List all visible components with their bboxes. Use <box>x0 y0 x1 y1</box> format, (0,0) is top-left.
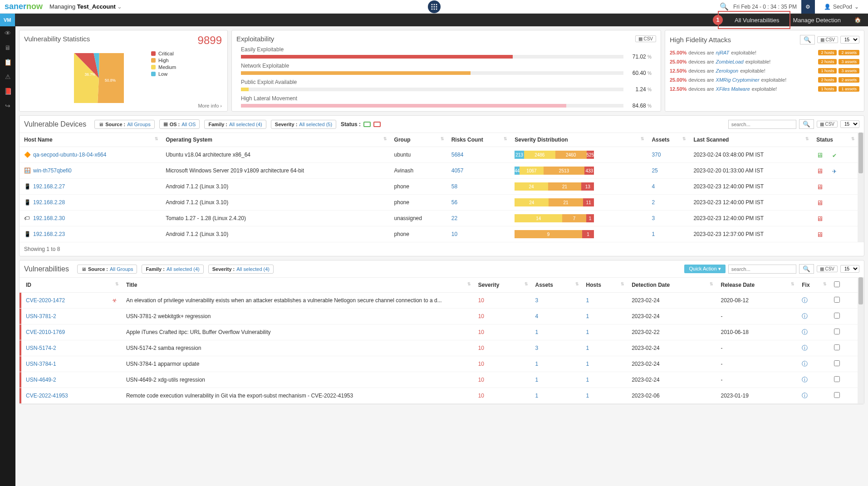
settings-gear-icon[interactable]: ⚙ <box>801 0 815 14</box>
page-size-select[interactable]: 15 <box>840 265 859 273</box>
exploit-name-link[interactable]: njRAT <box>716 50 730 55</box>
status-online-icon[interactable] <box>363 122 371 127</box>
sidebar-alert-icon[interactable]: ⚠ <box>3 72 12 81</box>
assets-badge[interactable]: 2 assets <box>839 77 859 83</box>
logo[interactable]: sanernow <box>5 2 43 11</box>
assets-link[interactable]: 1 <box>652 231 655 237</box>
table-row[interactable]: 📱192.168.2.27 Android 7.1.2 (Linux 3.10)… <box>20 179 858 195</box>
scrollbar[interactable] <box>858 133 864 242</box>
filter-severity[interactable]: Severity : All selected (5) <box>271 120 336 129</box>
nav-home-icon[interactable]: 🏠 <box>848 14 868 26</box>
select-all-checkbox[interactable] <box>834 281 840 287</box>
search-button[interactable]: 🔍 <box>799 119 814 129</box>
sidebar-monitor-icon[interactable]: 🖥 <box>3 43 12 52</box>
apps-grid-icon[interactable] <box>428 0 441 13</box>
assets-link[interactable]: 1 <box>535 329 539 335</box>
risks-link[interactable]: 56 <box>451 199 457 206</box>
vuln-id-link[interactable]: USN-3781-2 <box>26 313 56 319</box>
search-input[interactable] <box>728 120 796 129</box>
csv-button[interactable]: ▦ CSV <box>817 36 838 43</box>
assets-link[interactable]: 25 <box>652 167 657 174</box>
assets-link[interactable]: 3 <box>535 345 539 351</box>
vuln-id-link[interactable]: CVE-2020-1472 <box>26 297 65 304</box>
info-icon[interactable]: ⓘ <box>802 313 808 319</box>
hosts-badge[interactable]: 1 hosts <box>818 68 837 74</box>
table-row[interactable]: 🏷192.168.2.30 Tomato 1.27 - 1.28 (Linux … <box>20 211 858 226</box>
filter-severity[interactable]: Severity : All selected (4) <box>208 265 274 274</box>
hosts-badge[interactable]: 1 hosts <box>818 86 837 92</box>
assets-link[interactable]: 1 <box>535 361 539 367</box>
csv-button[interactable]: ▦ CSV <box>817 265 838 272</box>
page-size-select[interactable]: 15 <box>840 36 859 44</box>
table-header[interactable]: Release Date⇅ <box>716 278 797 293</box>
search-icon[interactable]: 🔍 <box>800 35 815 44</box>
status-offline-icon[interactable] <box>373 122 381 127</box>
host-link[interactable]: 192.168.2.30 <box>33 215 65 221</box>
user-menu[interactable]: 👤 SecPod ⌄ <box>819 4 863 10</box>
table-header[interactable]: Fix⇅ <box>797 278 829 293</box>
filter-source[interactable]: 🖥 Source : All Groups <box>94 120 154 129</box>
vuln-id-link[interactable]: USN-4649-2 <box>26 377 56 383</box>
info-icon[interactable]: ⓘ <box>802 360 808 367</box>
filter-family[interactable]: Family : All selected (4) <box>142 265 203 274</box>
assets-badge[interactable]: 3 assets <box>839 59 859 64</box>
row-checkbox[interactable] <box>834 329 840 334</box>
table-header[interactable]: Severity Distribution⇅ <box>510 133 647 147</box>
assets-link[interactable]: 3 <box>652 215 655 221</box>
table-header[interactable]: Group⇅ <box>390 133 447 147</box>
more-info-link[interactable]: More info › <box>198 103 222 108</box>
risks-link[interactable]: 22 <box>451 215 457 221</box>
csv-button[interactable]: ▦ CSV <box>817 121 838 128</box>
table-row[interactable]: USN-5174-2 USN-5174-2 samba regression 1… <box>20 340 858 356</box>
table-row[interactable]: USN-3781-2 USN-3781-2 webkitgtk+ regress… <box>20 309 858 324</box>
row-checkbox[interactable] <box>834 392 840 398</box>
hosts-link[interactable]: 1 <box>586 345 589 351</box>
assets-link[interactable]: 1 <box>535 393 539 399</box>
vm-badge[interactable]: VM <box>0 14 15 26</box>
table-row[interactable]: CVE-2010-1769 Apple iTunes Crafted itpc:… <box>20 324 858 340</box>
table-row[interactable]: CVE-2022-41953 Remote code execution vul… <box>20 388 858 404</box>
sidebar-eye-icon[interactable]: 👁 <box>3 29 12 38</box>
info-icon[interactable]: ⓘ <box>802 329 808 335</box>
vuln-id-link[interactable]: CVE-2010-1769 <box>26 329 65 335</box>
nav-manage-detection[interactable]: Manage Detection <box>786 14 848 26</box>
hosts-link[interactable]: 1 <box>586 377 589 383</box>
assets-link[interactable]: 1 <box>535 377 539 383</box>
assets-link[interactable]: 370 <box>652 152 661 158</box>
hosts-link[interactable]: 1 <box>586 393 589 399</box>
table-header[interactable]: Severity⇅ <box>474 278 531 293</box>
exploit-name-link[interactable]: XMRig Cryptominer <box>716 77 760 83</box>
host-link[interactable]: 192.168.2.27 <box>33 183 65 190</box>
info-icon[interactable]: ⓘ <box>802 344 808 351</box>
table-row[interactable]: 🔶qa-secpod-ubuntu-18-04-x664 Ubuntu v18.… <box>20 147 858 163</box>
hosts-link[interactable]: 1 <box>586 361 589 367</box>
vuln-id-link[interactable]: USN-3784-1 <box>26 361 56 367</box>
filter-family[interactable]: Family : All selected (4) <box>204 120 266 129</box>
row-checkbox[interactable] <box>834 344 840 350</box>
sidebar-book-icon[interactable]: 📕 <box>3 87 12 96</box>
search-icon[interactable]: 🔍 <box>720 2 729 11</box>
info-icon[interactable]: ⓘ <box>802 297 808 304</box>
vuln-id-link[interactable]: CVE-2022-41953 <box>26 393 68 399</box>
risks-link[interactable]: 58 <box>451 183 457 190</box>
exploit-name-link[interactable]: Zerologon <box>716 68 739 74</box>
scrollbar[interactable] <box>858 277 864 404</box>
table-row[interactable]: CVE-2020-1472 ☣ An elevation of privileg… <box>20 293 858 309</box>
quick-action-button[interactable]: Quick Action ▾ <box>684 265 725 273</box>
filter-os[interactable]: ▦ OS : All OS <box>159 119 200 129</box>
table-header[interactable]: ID⇅ <box>21 278 122 293</box>
filter-source[interactable]: 🖥 Source : All Groups <box>77 265 137 274</box>
assets-link[interactable]: 4 <box>535 313 539 319</box>
exploit-name-link[interactable]: XFiles Malware <box>716 86 750 92</box>
table-header[interactable]: Assets⇅ <box>647 133 689 147</box>
table-header[interactable]: Last Scanned⇅ <box>689 133 812 147</box>
risks-link[interactable]: 5684 <box>451 152 464 158</box>
assets-link[interactable]: 2 <box>652 199 655 206</box>
host-link[interactable]: win-th757qbefi0 <box>33 167 72 174</box>
table-row[interactable]: USN-4649-2 USN-4649-2 xdg-utils regressi… <box>20 372 858 388</box>
host-link[interactable]: 192.168.2.28 <box>33 199 65 206</box>
table-header[interactable]: Host Name⇅ <box>20 133 161 147</box>
table-row[interactable]: 📱192.168.2.23 Android 7.1.2 (Linux 3.10)… <box>20 226 858 242</box>
table-row[interactable]: 🪟win-th757qbefi0 Microsoft Windows Serve… <box>20 163 858 179</box>
row-checkbox[interactable] <box>834 313 840 319</box>
